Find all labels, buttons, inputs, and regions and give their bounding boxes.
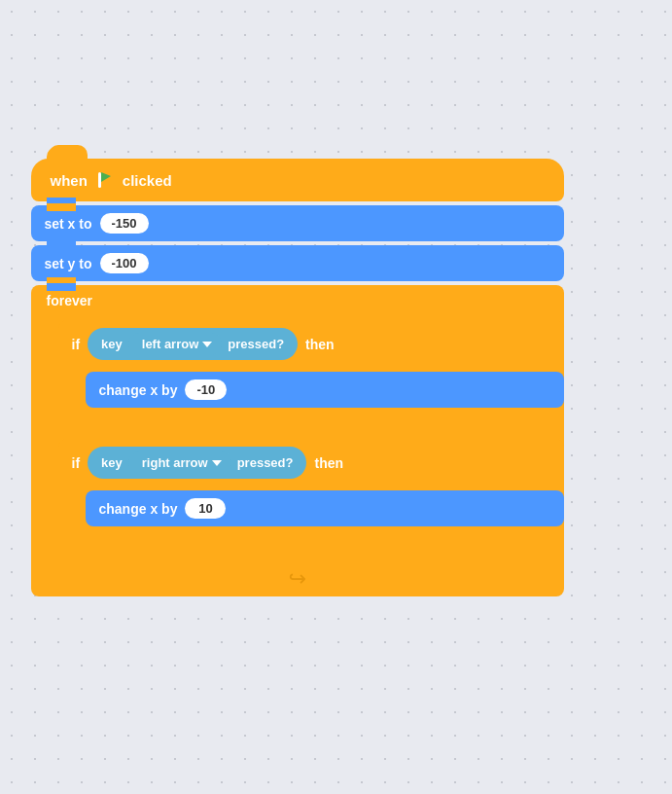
forever-label: forever [47,293,92,308]
if1-footer [58,412,564,429]
blocks-container: when clicked set x to [31,159,564,596]
dropdown2-arrow-icon [212,460,222,466]
set-y-label: set y to [45,256,92,271]
loop-arrow-icon: ↩ [289,566,306,592]
if1-label: if [72,337,81,352]
forever-footer: ↩ [31,561,564,596]
set-y-block[interactable]: set y to -100 [31,245,564,283]
set-x-value[interactable]: -150 [100,213,149,234]
if1-body: change x by -10 [58,368,564,412]
svg-rect-0 [98,172,101,188]
when-label: when [51,172,88,189]
change-x1-block[interactable]: change x by -10 [86,372,564,408]
then2-label: then [314,455,343,471]
change-x1-label: change x by [99,382,178,398]
main-stack: when clicked set x to [31,159,564,596]
forever-block[interactable]: forever if key left arrow [31,285,564,596]
if2-label: if [72,455,81,471]
change-x2-label: change x by [99,501,178,517]
if1-block[interactable]: if key left arrow pressed? then [58,320,564,429]
pressed1-label: pressed? [228,337,284,351]
svg-marker-1 [101,172,111,182]
key2-dropdown[interactable]: right arrow [128,451,231,474]
forever-body: if key left arrow pressed? then [31,316,564,561]
key2-value: right arrow [142,455,208,470]
flag-icon [95,170,115,190]
scratch-canvas: when clicked set x to [0,0,672,794]
if1-condition[interactable]: key left arrow pressed? [88,328,298,360]
hat-block[interactable]: when clicked [31,159,564,203]
change-x1-value[interactable]: -10 [185,379,227,400]
spacer [58,431,564,437]
set-y-value[interactable]: -100 [100,253,149,273]
pressed2-label: pressed? [237,455,294,470]
change-x2-block[interactable]: change x by 10 [86,490,564,526]
key1-dropdown[interactable]: left arrow [128,333,223,355]
if2-block[interactable]: if key right arrow pressed? then [58,439,564,558]
key1-value: left arrow [142,337,199,351]
if2-footer [58,530,564,558]
dropdown1-arrow-icon [202,342,212,347]
if2-body: change x by 10 [58,487,564,530]
then1-label: then [305,337,335,352]
key1-label: key [101,337,123,351]
set-x-block[interactable]: set x to -150 [31,205,564,243]
set-x-label: set x to [45,216,92,232]
clicked-label: clicked [123,172,172,189]
change-x2-value[interactable]: 10 [185,498,226,519]
if2-condition[interactable]: key right arrow pressed? [88,447,306,479]
key2-label: key [101,455,123,470]
